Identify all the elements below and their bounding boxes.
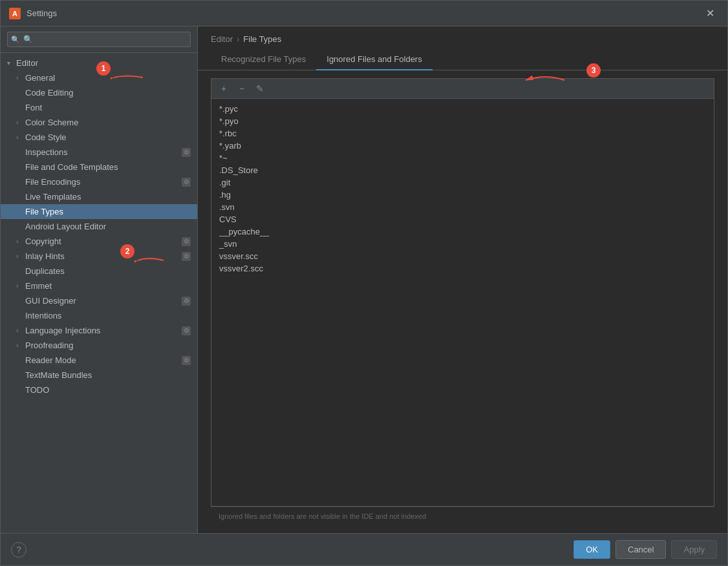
chevron-down-icon: ▾	[7, 59, 16, 67]
main-area: 🔍 ▾Editor›GeneralCode EditingFont›Color …	[1, 26, 727, 533]
list-item[interactable]: *.pyo	[219, 115, 706, 127]
sidebar-item-emmet[interactable]: ›Emmet	[1, 278, 197, 293]
sidebar-item-code-style[interactable]: ›Code Style	[1, 130, 197, 145]
sidebar-item-label: File Types	[25, 207, 191, 216]
sidebar-item-label: Proofreading	[25, 341, 191, 350]
sidebar-item-label: Font	[25, 103, 191, 112]
status-text: Ignored files and folders are not visibl…	[219, 512, 426, 520]
apply-button[interactable]: Apply	[671, 540, 717, 559]
sidebar-item-label: Editor	[16, 58, 191, 68]
chevron-right-icon: ›	[16, 282, 25, 289]
sidebar-item-textmate-bundles[interactable]: TextMate Bundles	[1, 368, 197, 383]
tabs-bar: Recognized File TypesIgnored Files and F…	[198, 49, 727, 70]
sidebar-item-label: TextMate Bundles	[25, 370, 191, 380]
cancel-button[interactable]: Cancel	[616, 540, 666, 559]
close-button[interactable]: ✕	[701, 5, 720, 22]
settings-badge: ⚙	[182, 148, 191, 157]
sidebar-item-file-code-templates[interactable]: File and Code Templates	[1, 160, 197, 174]
status-bar: Ignored files and folders are not visibl…	[211, 507, 714, 525]
sidebar-item-inlay-hints[interactable]: ›Inlay Hints⚙	[1, 249, 197, 264]
sidebar-item-label: Inlay Hints	[25, 251, 182, 261]
sidebar-item-language-injections[interactable]: ›Language Injections⚙	[1, 323, 197, 338]
sidebar-item-intentions[interactable]: Intentions	[1, 308, 197, 323]
search-box: 🔍	[1, 26, 197, 53]
sidebar-item-file-types[interactable]: File Types	[1, 204, 197, 219]
dialog-title: Settings	[27, 8, 57, 18]
sidebar-item-duplicates[interactable]: Duplicates	[1, 264, 197, 278]
sidebar-item-inspections[interactable]: Inspections⚙	[1, 145, 197, 160]
edit-button[interactable]: ✎	[253, 81, 267, 96]
chevron-right-icon: ›	[16, 119, 25, 126]
list-item[interactable]: .svn	[219, 201, 706, 213]
sidebar-item-color-scheme[interactable]: ›Color Scheme	[1, 115, 197, 130]
sidebar-item-label: Intentions	[25, 311, 191, 320]
sidebar-item-todo[interactable]: TODO	[1, 383, 197, 397]
list-item[interactable]: .DS_Store	[219, 164, 706, 176]
sidebar-item-code-editing[interactable]: Code Editing	[1, 85, 197, 100]
settings-badge: ⚙	[182, 252, 191, 261]
sidebar-item-label: Duplicates	[25, 266, 191, 276]
settings-badge: ⚙	[182, 297, 191, 306]
list-item[interactable]: .git	[219, 176, 706, 189]
chevron-right-icon: ›	[16, 74, 25, 81]
breadcrumb-current: File Types	[243, 34, 281, 44]
list-item[interactable]: vssver2.scc	[219, 262, 706, 275]
sidebar-item-label: Emmet	[25, 281, 191, 291]
list-item[interactable]: .hg	[219, 189, 706, 201]
settings-badge: ⚙	[182, 356, 191, 365]
list-item[interactable]: *.pyc	[219, 103, 706, 115]
sidebar-item-label: Copyright	[25, 236, 182, 246]
add-button[interactable]: +	[217, 81, 231, 96]
tab-ignored[interactable]: Ignored Files and Folders	[316, 49, 432, 70]
chevron-right-icon: ›	[16, 342, 25, 349]
sidebar-item-label: Code Editing	[25, 88, 191, 98]
sidebar-item-live-templates[interactable]: Live Templates	[1, 189, 197, 204]
sidebar-item-label: Language Injections	[25, 326, 182, 335]
content-area: Editor › File Types Recognized File Type…	[198, 26, 727, 533]
sidebar-item-file-encodings[interactable]: File Encodings⚙	[1, 174, 197, 189]
search-input[interactable]	[7, 32, 191, 47]
sidebar-item-label: Code Style	[25, 132, 191, 142]
sidebar-item-label: Inspections	[25, 147, 182, 157]
sidebar-item-proofreading[interactable]: ›Proofreading	[1, 338, 197, 353]
sidebar-item-reader-mode[interactable]: Reader Mode⚙	[1, 353, 197, 368]
list-item[interactable]: _svn	[219, 238, 706, 250]
remove-button[interactable]: −	[235, 81, 249, 96]
settings-dialog: A Settings ✕ 🔍 ▾Editor›GeneralCode Editi…	[0, 0, 728, 566]
chevron-right-icon: ›	[16, 134, 25, 141]
sidebar: 🔍 ▾Editor›GeneralCode EditingFont›Color …	[1, 26, 198, 533]
sidebar-item-label: TODO	[25, 385, 191, 395]
list-item[interactable]: *.yarb	[219, 140, 706, 152]
sidebar-item-editor[interactable]: ▾Editor	[1, 56, 197, 70]
list-item[interactable]: __pycache__	[219, 225, 706, 238]
title-bar: A Settings ✕	[1, 1, 727, 26]
breadcrumb-parent: Editor	[211, 34, 233, 44]
chevron-right-icon: ›	[16, 253, 25, 260]
tab-recognized[interactable]: Recognized File Types	[211, 49, 316, 70]
sidebar-item-android-layout-editor[interactable]: Android Layout Editor	[1, 219, 197, 234]
list-item[interactable]: *~	[219, 152, 706, 164]
panel: + − ✎ *.pyc*.pyo*.rbc*.yarb*~.DS_Store.g…	[198, 70, 727, 533]
settings-badge: ⚙	[182, 237, 191, 246]
file-list: *.pyc*.pyo*.rbc*.yarb*~.DS_Store.git.hg.…	[211, 98, 714, 507]
app-icon: A	[8, 7, 21, 20]
toolbar: + − ✎	[211, 78, 714, 98]
chevron-right-icon: ›	[16, 238, 25, 245]
help-button[interactable]: ?	[11, 542, 27, 558]
list-item[interactable]: *.rbc	[219, 127, 706, 140]
sidebar-item-copyright[interactable]: ›Copyright⚙	[1, 234, 197, 249]
settings-badge: ⚙	[182, 326, 191, 335]
sidebar-item-font[interactable]: Font	[1, 100, 197, 115]
ok-button[interactable]: OK	[573, 540, 610, 559]
list-item[interactable]: vssver.scc	[219, 250, 706, 262]
breadcrumb-separator: ›	[237, 34, 239, 44]
search-icon: 🔍	[11, 36, 20, 44]
sidebar-item-label: File and Code Templates	[25, 162, 191, 172]
sidebar-item-general[interactable]: ›General	[1, 70, 197, 85]
list-item[interactable]: CVS	[219, 213, 706, 225]
sidebar-item-label: GUI Designer	[25, 296, 182, 306]
sidebar-item-label: Live Templates	[25, 192, 191, 202]
sidebar-item-gui-designer[interactable]: GUI Designer⚙	[1, 293, 197, 308]
sidebar-item-label: General	[25, 73, 191, 83]
svg-text:A: A	[12, 10, 17, 17]
